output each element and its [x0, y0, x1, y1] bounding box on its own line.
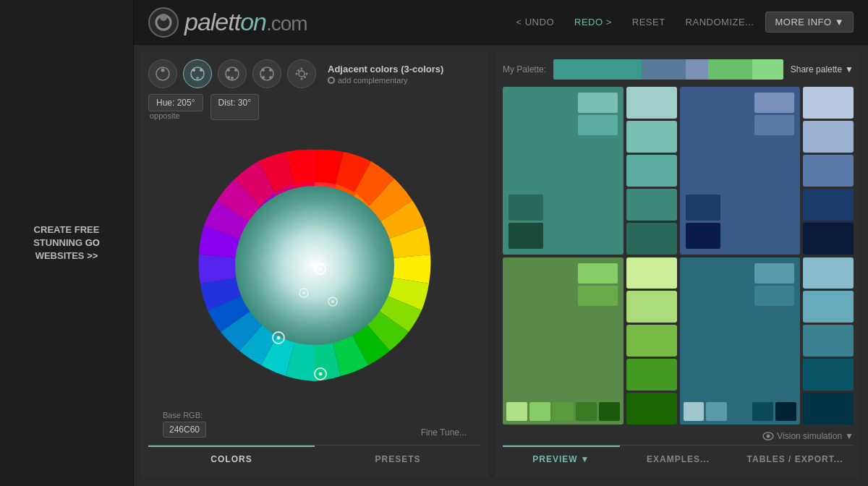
- swatch-green-col-2[interactable]: [626, 291, 677, 323]
- svg-point-21: [301, 78, 303, 80]
- svg-point-0: [149, 8, 178, 37]
- share-palette-button[interactable]: Share palette ▼: [791, 64, 854, 74]
- vision-simulation-button[interactable]: Vision simulation ▼: [762, 431, 854, 441]
- swatch-col-4[interactable]: [626, 189, 677, 221]
- swatch-col-3[interactable]: [626, 155, 677, 187]
- swatch-teal-dark2[interactable]: [509, 223, 543, 249]
- tab-examples[interactable]: EXAMPLES...: [620, 446, 737, 472]
- swatch-blue-col-4[interactable]: [803, 189, 854, 221]
- swatch-col-5[interactable]: [626, 223, 677, 255]
- fine-tune-button[interactable]: Fine Tune...: [421, 427, 467, 438]
- swatch-dteal-col-1[interactable]: [803, 257, 854, 289]
- swatch-teal-1[interactable]: [578, 93, 618, 113]
- svg-point-28: [319, 268, 322, 270]
- blue-dark-swatches: [686, 195, 720, 249]
- undo-button[interactable]: < UNDO: [508, 12, 563, 32]
- radio-dot-icon: [328, 77, 335, 84]
- palette-cell-teal[interactable]: [503, 87, 624, 255]
- palette-cell-blue[interactable]: [680, 87, 801, 255]
- palette-bar-4: [708, 59, 752, 80]
- swatch-green-bot4[interactable]: [576, 402, 597, 421]
- hue-value[interactable]: Hue: 205°: [148, 94, 203, 111]
- ad-line2: STUNNING: [33, 237, 82, 248]
- base-rgb-section: Base RGB: 246C60: [163, 411, 206, 438]
- swatch-dteal-col-3[interactable]: [803, 325, 854, 357]
- svg-point-13: [227, 76, 230, 79]
- swatch-blue-col-5[interactable]: [803, 223, 854, 255]
- svg-point-29: [302, 291, 305, 294]
- swatch-green-col-4[interactable]: [626, 359, 677, 391]
- more-info-button[interactable]: MORE INFO ▼: [765, 12, 854, 33]
- teal-dark-swatches: [509, 195, 543, 249]
- palette-bar-1: [553, 59, 642, 80]
- dark-teal-bottom-swatches: [684, 402, 797, 421]
- wheel-container[interactable]: [148, 127, 481, 404]
- swatch-green-col-5[interactable]: [626, 393, 677, 425]
- logo-dotcom: .com: [266, 12, 307, 35]
- base-rgb-value[interactable]: 246C60: [163, 422, 206, 438]
- swatch-dteal-1[interactable]: [754, 263, 794, 284]
- swatch-dteal-col-2[interactable]: [803, 291, 854, 323]
- swatch-col-2[interactable]: [626, 121, 677, 153]
- swatch-dteal-bot5[interactable]: [775, 402, 796, 421]
- swatch-green-2[interactable]: [578, 286, 618, 306]
- reset-button[interactable]: RESET: [624, 12, 674, 32]
- color-wheel-panel: Adjacent colors (3-colors) add complemen…: [141, 52, 488, 479]
- swatch-green-bot1[interactable]: [506, 402, 527, 421]
- svg-point-6: [192, 69, 195, 72]
- swatch-blue-2[interactable]: [754, 115, 794, 135]
- tab-preview[interactable]: PREVIEW ▼: [503, 446, 620, 472]
- color-wheel-svg[interactable]: [192, 142, 438, 388]
- svg-point-11: [234, 69, 237, 72]
- tab-tables-export[interactable]: TABLES / EXPORT...: [736, 446, 854, 472]
- swatch-blue-col-3[interactable]: [803, 155, 854, 187]
- my-palette-label: My Palette:: [503, 64, 546, 74]
- mode-adjacent-icon[interactable]: [183, 59, 212, 88]
- svg-point-4: [161, 69, 165, 72]
- swatch-blue-dark1[interactable]: [686, 195, 720, 221]
- swatch-dteal-bot1[interactable]: [684, 402, 705, 421]
- swatch-blue-col-1[interactable]: [803, 87, 854, 119]
- tab-presets[interactable]: PRESETS: [315, 446, 481, 472]
- sidebar-advertisement[interactable]: CREATE FREE STUNNING GO WEBSITES >>: [0, 0, 134, 486]
- base-rgb-label: Base RGB:: [163, 411, 206, 419]
- palette-cell-dark-teal[interactable]: [680, 257, 801, 425]
- svg-point-7: [200, 69, 203, 72]
- swatch-dteal-col-4[interactable]: [803, 359, 854, 391]
- swatch-dteal-bot4[interactable]: [752, 402, 773, 421]
- ad-go: GO: [85, 237, 100, 248]
- swatch-green-col-1[interactable]: [626, 257, 677, 289]
- svg-point-12: [231, 77, 234, 80]
- swatch-blue-1[interactable]: [754, 93, 794, 113]
- swatch-teal-dark1[interactable]: [509, 195, 543, 221]
- swatch-green-bot3[interactable]: [553, 402, 574, 421]
- mode-tetrad-icon[interactable]: [252, 59, 281, 88]
- swatch-blue-col-2[interactable]: [803, 121, 854, 153]
- svg-point-8: [196, 77, 199, 80]
- mode-mono-icon[interactable]: [148, 59, 177, 88]
- mode-settings-icon[interactable]: [287, 59, 316, 88]
- dist-value[interactable]: Dist: 30°: [210, 94, 259, 120]
- palette-cell-green[interactable]: [503, 257, 624, 425]
- swatch-green-bot2[interactable]: [529, 402, 550, 421]
- vision-row: Vision simulation ▼: [503, 431, 854, 441]
- swatch-green-1[interactable]: [578, 263, 618, 284]
- teal-right-column: [626, 87, 677, 255]
- tab-colors[interactable]: COLORS: [148, 446, 315, 472]
- base-rgb-row: Base RGB: 246C60 Fine Tune...: [148, 407, 481, 441]
- swatch-dteal-col-5[interactable]: [803, 393, 854, 425]
- swatch-blue-dark2[interactable]: [686, 223, 720, 249]
- swatch-teal-2[interactable]: [578, 115, 618, 135]
- swatch-green-bot5[interactable]: [599, 402, 620, 421]
- swatch-green-col-3[interactable]: [626, 325, 677, 357]
- swatch-dteal-2[interactable]: [754, 286, 794, 306]
- swatch-dteal-bot2[interactable]: [706, 402, 727, 421]
- hue-display: Hue: 205° opposite: [148, 94, 203, 120]
- randomize-button[interactable]: RANDOMIZE...: [677, 12, 763, 32]
- redo-button[interactable]: REDO >: [566, 12, 621, 32]
- swatch-dteal-bot3[interactable]: [729, 402, 750, 421]
- swatch-col-1[interactable]: [626, 87, 677, 119]
- mode-triad-icon[interactable]: [218, 59, 247, 88]
- palette-grid: [503, 87, 854, 427]
- palette-bar-5: [752, 59, 783, 80]
